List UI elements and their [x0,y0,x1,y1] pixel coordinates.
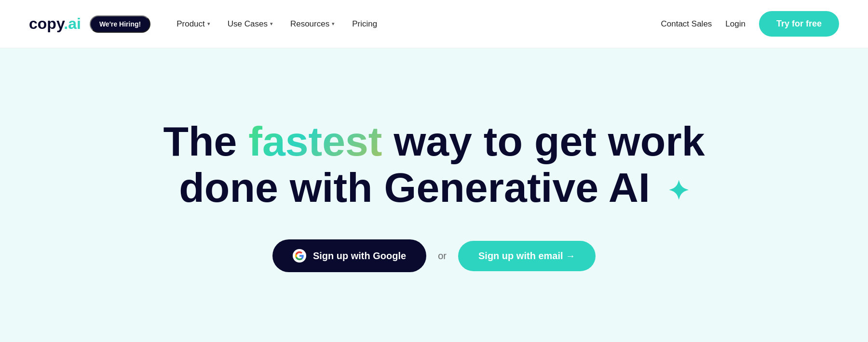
chevron-down-icon: ▾ [207,21,210,27]
logo-area: copy.ai We're Hiring! [29,15,150,33]
hero-title-part1: The [163,118,248,164]
nav-right: Contact Sales Login Try for free [661,11,840,37]
chevron-down-icon: ▾ [332,21,335,27]
nav-use-cases[interactable]: Use Cases ▾ [221,14,280,34]
or-divider: or [438,250,447,262]
hero-title-part3: done with Generative AI [179,164,661,210]
hero-title: The fastest way to get work done with Ge… [163,118,705,211]
try-free-button[interactable]: Try for free [759,11,839,37]
hero-buttons: Sign up with Google or Sign up with emai… [272,239,596,272]
email-btn-label: Sign up with email → [478,250,575,262]
nav-product[interactable]: Product ▾ [170,14,217,34]
sign-up-google-button[interactable]: Sign up with Google [272,239,426,272]
nav-resources[interactable]: Resources ▾ [284,14,341,34]
google-btn-label: Sign up with Google [313,250,406,262]
hero-title-part2: way to get work [382,118,705,164]
sign-up-email-button[interactable]: Sign up with email → [458,241,596,271]
nav-links: Product ▾ Use Cases ▾ Resources ▾ Pricin… [170,14,661,34]
hero-section: The fastest way to get work done with Ge… [0,48,868,342]
navbar: copy.ai We're Hiring! Product ▾ Use Case… [0,0,868,48]
logo[interactable]: copy.ai [29,15,81,33]
sparkle-icon: ✦ [667,176,689,205]
hiring-badge[interactable]: We're Hiring! [90,15,150,33]
login-link[interactable]: Login [725,19,746,29]
contact-sales-link[interactable]: Contact Sales [661,19,712,29]
hero-fastest-word: fastest [248,118,382,164]
nav-pricing[interactable]: Pricing [345,14,384,34]
chevron-down-icon: ▾ [270,21,273,27]
google-icon [293,249,306,263]
